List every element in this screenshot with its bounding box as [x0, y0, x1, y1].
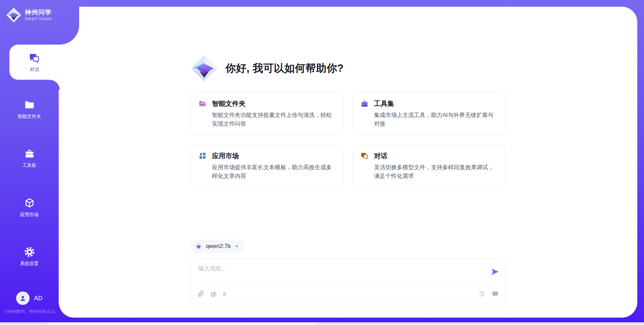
chevron-down-icon: [234, 244, 239, 249]
sidebar-item-label: 系统设置: [20, 261, 39, 267]
chat-bubbles-icon: [29, 52, 41, 64]
card-desc: 应用市场提供丰富长文本模板，助力高效生成多样化文章内容: [212, 163, 336, 181]
sidebar-footer-text: ©神州数码 · 神州问学出品: [0, 309, 60, 315]
sidebar-item-settings[interactable]: 系统设置: [0, 246, 59, 267]
toolbox-icon: [24, 148, 35, 159]
folder-open-icon: [198, 100, 207, 108]
send-icon[interactable]: [491, 267, 499, 276]
sidebar-item-label: 智能文件夹: [18, 114, 41, 120]
model-selector[interactable]: qwen2:7b: [191, 240, 245, 253]
brand-diamond-icon: [191, 55, 218, 82]
card-desc: 灵活切换多模型文件，支持多样回复效果调试，满足个性化需求: [374, 163, 498, 181]
card-toolset[interactable]: 工具集 集成市场上主流工具，助力AI与外界无缝扩展与对接: [353, 92, 506, 135]
avatar: [16, 291, 30, 305]
chat-bubbles-icon: [360, 151, 369, 160]
sidebar-item-label: 对话: [30, 67, 39, 73]
cube-icon: [24, 197, 35, 209]
tab-corner-curve: [49, 80, 60, 90]
card-desc: 集成市场上主流工具，助力AI与外界无缝扩展与对接: [374, 111, 498, 129]
app-subtitle: Smart Vision: [25, 17, 52, 21]
logo-block: 神州问学 Smart Vision: [0, 0, 79, 45]
scrollbar-thumb[interactable]: [47, 322, 315, 325]
card-title: 工具集: [374, 99, 394, 108]
model-name: qwen2:7b: [206, 243, 231, 250]
app-name: 神州问学: [25, 9, 52, 16]
sidebar-item-chat[interactable]: 对话: [9, 45, 60, 80]
user-initials: AD: [34, 295, 42, 302]
card-title: 对话: [374, 151, 387, 160]
card-desc: 智能文件夹功能支持批量文件上传与清洗，轻松实现文件问答: [212, 111, 336, 129]
app-logo: 神州问学 Smart Vision: [6, 7, 52, 23]
history-icon[interactable]: [478, 290, 486, 298]
sidebar-item-toolset[interactable]: 工具集: [0, 148, 59, 169]
card-title: 智能文件夹: [212, 99, 246, 108]
sidebar-item-label: 应用市场: [20, 212, 39, 218]
user-profile[interactable]: AD: [0, 291, 59, 305]
card-title: 应用市场: [212, 151, 239, 160]
message-composer: @ #: [191, 259, 506, 304]
app-logo-icon: [6, 7, 21, 23]
folder-icon: [24, 99, 35, 111]
sidebar-item-app-market[interactable]: 应用市场: [0, 197, 59, 218]
card-app-market[interactable]: 应用市场 应用市场提供丰富长文本模板，助力高效生成多样化文章内容: [191, 144, 344, 187]
main-panel: 你好, 我可以如何帮助你? 智能文件夹 智能文件夹功能支持批量文件上传与清洗，轻…: [59, 7, 637, 318]
mention-icon[interactable]: @: [210, 291, 217, 297]
model-logo-icon: [195, 243, 202, 250]
app-grid-icon: [198, 151, 207, 160]
app-window: 你好, 我可以如何帮助你? 智能文件夹 智能文件夹功能支持批量文件上传与清洗，轻…: [0, 0, 644, 325]
horizontal-scrollbar[interactable]: [0, 322, 644, 325]
greeting-text: 你好, 我可以如何帮助你?: [225, 61, 344, 75]
feature-cards: 智能文件夹 智能文件夹功能支持批量文件上传与清洗，轻松实现文件问答: [191, 92, 506, 187]
feedback-icon[interactable]: [492, 290, 499, 298]
card-smart-folder[interactable]: 智能文件夹 智能文件夹功能支持批量文件上传与清洗，轻松实现文件问答: [191, 92, 344, 135]
card-chat[interactable]: 对话 灵活切换多模型文件，支持多样回复效果调试，满足个性化需求: [353, 144, 506, 187]
toolbox-icon: [360, 100, 369, 108]
message-input[interactable]: [198, 264, 483, 281]
gear-icon: [24, 246, 35, 258]
attachment-icon[interactable]: [198, 290, 204, 297]
topic-icon[interactable]: #: [223, 291, 226, 297]
greeting-row: 你好, 我可以如何帮助你?: [191, 55, 344, 82]
sidebar-item-smart-folder[interactable]: 智能文件夹: [0, 99, 59, 120]
sidebar-item-label: 工具集: [22, 162, 37, 169]
